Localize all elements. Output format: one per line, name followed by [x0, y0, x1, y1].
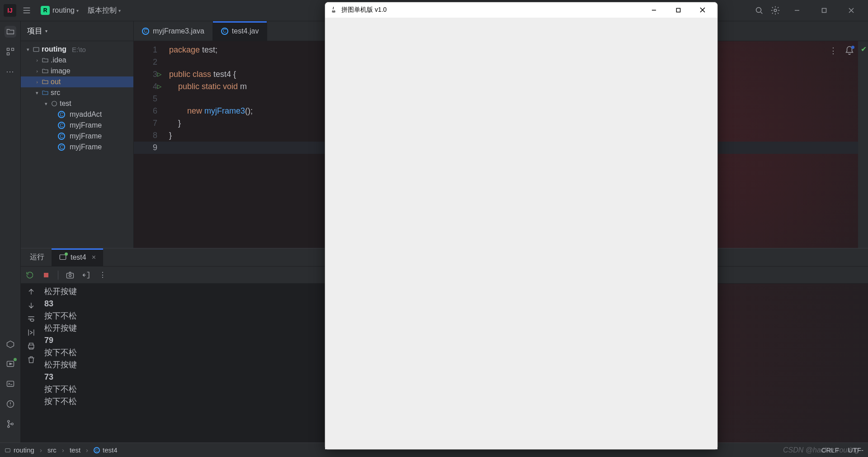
line-gutter: 1 2 3▷ 4▷ 5 6 7 8 9: [134, 41, 165, 248]
svg-rect-4: [11, 48, 14, 51]
problems-tool-icon[interactable]: [5, 398, 16, 410]
exit-icon[interactable]: [82, 271, 91, 280]
run-config-tab[interactable]: test4 ×: [52, 248, 103, 266]
tree-label: myjFrame: [70, 121, 102, 129]
tree-class[interactable]: CmyjFrame: [21, 131, 133, 142]
trash-icon[interactable]: [27, 355, 36, 364]
run-panel-label[interactable]: 运行: [23, 248, 52, 266]
package-icon: [51, 100, 58, 107]
chevron-down-icon: ▾: [45, 29, 47, 33]
tree-folder-idea[interactable]: ›.idea: [21, 55, 133, 66]
tree-root[interactable]: ▾ routing E:\to: [21, 44, 133, 55]
scroll-to-end-icon[interactable]: [27, 328, 36, 337]
tree-class[interactable]: CmyjFrame: [21, 120, 133, 131]
tree-folder-image[interactable]: ›image: [21, 66, 133, 76]
maximize-button[interactable]: [814, 4, 835, 17]
vcs-menu[interactable]: 版本控制 ▾: [88, 6, 121, 15]
tree-folder-test[interactable]: ▾test: [21, 98, 133, 109]
down-icon[interactable]: [27, 301, 36, 310]
crumb-item[interactable]: test: [70, 446, 80, 454]
java-app-window[interactable]: 拼图单机版 v1.0: [325, 2, 718, 450]
editor-tab-active[interactable]: Ctest4.jav: [213, 21, 268, 41]
class-icon: C: [58, 143, 65, 151]
more-icon[interactable]: ⋮: [98, 271, 107, 280]
class-icon: C: [58, 133, 65, 140]
tree-root-label: routing: [42, 45, 66, 53]
class-icon: C: [142, 28, 149, 35]
search-icon[interactable]: [754, 5, 764, 15]
chevron-right-icon[interactable]: ›: [34, 68, 40, 74]
up-icon[interactable]: [27, 287, 36, 296]
tree-label: test: [60, 100, 71, 108]
close-icon[interactable]: ×: [92, 253, 96, 262]
chevron-right-icon[interactable]: ›: [34, 57, 40, 63]
tree-label: myjFrame: [70, 132, 102, 140]
svg-point-0: [756, 8, 761, 13]
svg-rect-3: [7, 48, 9, 51]
chevron-down-icon[interactable]: ▾: [43, 101, 49, 107]
minimize-button[interactable]: [787, 4, 807, 17]
class-icon: C: [58, 111, 65, 118]
tab-label: test4.jav: [232, 27, 259, 35]
crumb-item[interactable]: src: [47, 446, 57, 454]
svg-point-11: [7, 420, 9, 422]
tree-folder-src[interactable]: ▾src: [21, 87, 133, 98]
editor-more-icon[interactable]: ⋮: [828, 46, 838, 56]
crumb-item[interactable]: routing: [14, 446, 34, 454]
tree-folder-out[interactable]: ›out: [21, 76, 133, 87]
chevron-down-icon[interactable]: ▾: [34, 90, 40, 96]
vcs-menu-label: 版本控制: [88, 6, 117, 15]
svg-rect-2: [822, 9, 826, 13]
terminal-tool-icon[interactable]: [5, 378, 16, 390]
chevron-right-icon[interactable]: ›: [34, 79, 40, 85]
run-tool-icon[interactable]: [5, 358, 16, 370]
project-tool-icon[interactable]: [5, 26, 16, 38]
crumb-item[interactable]: test4: [103, 446, 118, 454]
maximize-button[interactable]: [668, 3, 689, 17]
project-tree[interactable]: ▾ routing E:\to ›.idea ›image ›out ▾src …: [21, 41, 133, 248]
chevron-down-icon: ▾: [76, 8, 79, 13]
minimize-button[interactable]: [643, 3, 664, 17]
more-tools-icon[interactable]: ···: [5, 66, 16, 77]
java-window-body[interactable]: [325, 18, 717, 449]
folder-icon: [42, 67, 49, 75]
project-badge-icon: R: [41, 6, 50, 15]
rerun-icon[interactable]: [25, 271, 34, 280]
breadcrumb[interactable]: routing› src› test› C test4: [5, 446, 118, 454]
settings-icon[interactable]: [770, 5, 780, 15]
project-name: routing: [52, 6, 75, 14]
close-button[interactable]: [692, 3, 713, 17]
sidebar-title: 项目: [27, 26, 42, 36]
svg-rect-18: [67, 273, 74, 278]
svg-rect-14: [33, 48, 39, 52]
notifications-icon[interactable]: [844, 46, 854, 56]
editor-right-gutter: ✔: [858, 41, 868, 248]
tab-label: myjFrame3.java: [153, 27, 204, 35]
stop-icon[interactable]: [42, 271, 51, 280]
chevron-down-icon[interactable]: ▾: [25, 47, 31, 52]
main-menu-icon[interactable]: [22, 5, 32, 15]
svg-rect-22: [676, 8, 680, 12]
tree-class[interactable]: CmyjFrame: [21, 142, 133, 152]
run-gutter-icon[interactable]: ▷: [157, 81, 161, 93]
soft-wrap-icon[interactable]: [27, 314, 36, 324]
svg-rect-5: [7, 53, 9, 55]
run-gutter-icon[interactable]: ▷: [157, 68, 161, 81]
git-tool-icon[interactable]: [5, 418, 16, 430]
svg-marker-6: [7, 341, 14, 348]
svg-point-1: [774, 9, 777, 12]
structure-tool-icon[interactable]: [5, 46, 16, 57]
app-logo-icon: IJ: [4, 4, 16, 17]
editor-tab[interactable]: CmyjFrame3.java: [134, 21, 213, 41]
tree-class[interactable]: CmyaddAct: [21, 109, 133, 120]
close-button[interactable]: [841, 4, 862, 17]
folder-icon: [33, 46, 40, 53]
screenshot-icon[interactable]: [66, 271, 75, 280]
svg-rect-20: [28, 345, 34, 348]
java-window-titlebar[interactable]: 拼图单机版 v1.0: [325, 2, 717, 18]
tree-root-path: E:\to: [72, 46, 86, 53]
project-sidebar-header[interactable]: 项目 ▾: [21, 21, 133, 41]
project-selector[interactable]: R routing ▾: [37, 4, 82, 17]
services-tool-icon[interactable]: [5, 338, 16, 350]
print-icon[interactable]: [27, 342, 36, 351]
